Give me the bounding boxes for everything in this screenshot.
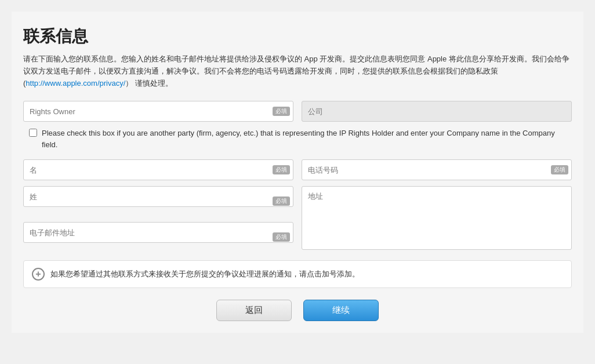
add-contact-row: + 如果您希望通过其他联系方式来接收关于您所提交的争议处理进展的通知，请点击加号… <box>23 260 572 288</box>
page-title: 联系信息 <box>23 26 572 48</box>
company-wrap <box>302 101 572 122</box>
email-input[interactable] <box>23 222 293 243</box>
checkbox-label: Please check this box if you are another… <box>42 128 572 150</box>
back-button[interactable]: 返回 <box>216 300 292 321</box>
first-name-required: 必填 <box>273 165 290 174</box>
last-name-required: 必填 <box>273 196 290 206</box>
add-contact-text: 如果您希望通过其他联系方式来接收关于您所提交的争议处理进展的通知，请点击加号添加… <box>50 269 360 279</box>
phone-wrap: 必填 <box>302 159 572 180</box>
description-part2: ） 谨慎处理。 <box>125 79 173 88</box>
address-wrap <box>302 186 572 252</box>
email-required: 必填 <box>273 232 290 242</box>
page-container: 联系信息 请在下面输入您的联系信息。您输入的姓名和电子邮件地址将提供给涉及侵权争… <box>12 12 583 333</box>
phone-input[interactable] <box>302 159 572 180</box>
add-contact-icon[interactable]: + <box>32 268 45 281</box>
form-section: 必填 Please check this box if you are anot… <box>23 101 572 252</box>
continue-button[interactable]: 继续 <box>303 300 379 321</box>
privacy-link[interactable]: http://www.apple.com/privacy/ <box>26 79 125 88</box>
first-name-input[interactable] <box>23 159 293 180</box>
row-rights-company: 必填 <box>23 101 572 122</box>
phone-required: 必填 <box>551 165 568 174</box>
rights-owner-wrap: 必填 <box>23 101 293 122</box>
button-row: 返回 继续 <box>23 300 572 321</box>
email-wrap: 必填 <box>23 222 293 252</box>
company-input[interactable] <box>302 101 572 122</box>
last-name-input[interactable] <box>23 186 293 207</box>
rights-owner-required: 必填 <box>273 107 290 116</box>
row-name-phone: 必填 必填 <box>23 159 572 180</box>
row-lastname-address: 必填 必填 <box>23 186 572 252</box>
rights-owner-input[interactable] <box>23 101 293 122</box>
represent-checkbox[interactable] <box>29 129 37 137</box>
description-text: 请在下面输入您的联系信息。您输入的姓名和电子邮件地址将提供给涉及侵权争议的 Ap… <box>23 53 572 89</box>
address-input[interactable] <box>302 186 572 250</box>
checkbox-row: Please check this box if you are another… <box>29 128 572 150</box>
first-name-wrap: 必填 <box>23 159 293 180</box>
last-name-wrap: 必填 <box>23 186 293 216</box>
